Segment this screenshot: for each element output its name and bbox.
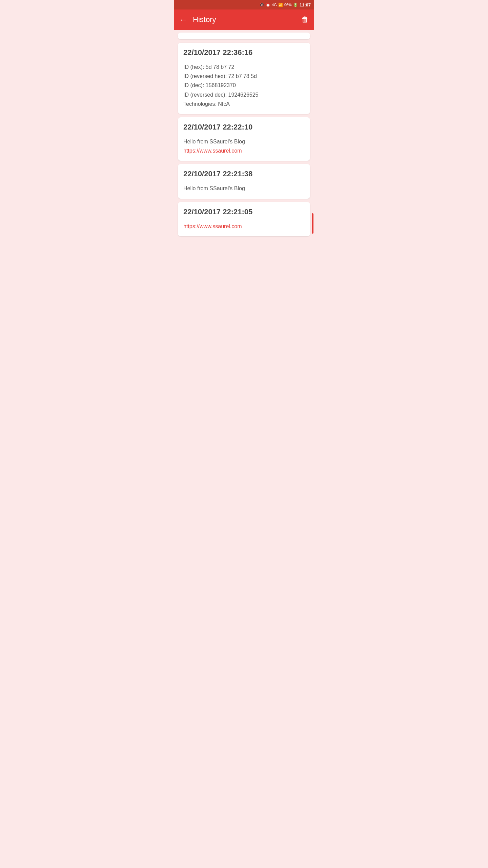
status-bar: 🔇 ⏰ 4G 📶 96% 🔋 11:07	[174, 0, 314, 9]
card-4-link[interactable]: https://www.ssaurel.com	[183, 223, 242, 229]
delete-button[interactable]: 🗑	[301, 15, 309, 24]
history-list: 22/10/2017 22:36:16 ID (hex): 5d 78 b7 7…	[174, 30, 314, 239]
card-3-line-1: Hello from SSaurel's Blog	[183, 184, 305, 193]
card-4-timestamp: 22/10/2017 22:21:05	[183, 208, 305, 216]
history-card-3: 22/10/2017 22:21:38 Hello from SSaurel's…	[178, 164, 310, 198]
back-button[interactable]: ←	[179, 16, 187, 24]
history-card-1: 22/10/2017 22:36:16 ID (hex): 5d 78 b7 7…	[178, 43, 310, 114]
card-3-timestamp: 22/10/2017 22:21:38	[183, 170, 305, 178]
card-1-timestamp: 22/10/2017 22:36:16	[183, 48, 305, 57]
status-icons: 🔇 ⏰ 4G 📶 96% 🔋	[260, 3, 298, 7]
card-3-content: Hello from SSaurel's Blog	[183, 184, 305, 193]
card-partial	[178, 33, 310, 39]
card-1-line-2: ID (reversed hex): 72 b7 78 5d	[183, 72, 305, 81]
battery-icon: 🔋	[293, 3, 298, 7]
status-time: 11:07	[300, 2, 311, 7]
page-title: History	[193, 15, 216, 24]
card-4-content: https://www.ssaurel.com	[183, 222, 305, 231]
battery-percent: 96%	[284, 3, 292, 7]
card-2-timestamp: 22/10/2017 22:22:10	[183, 123, 305, 132]
app-bar-left: ← History	[179, 15, 216, 24]
alarm-icon: ⏰	[266, 3, 270, 7]
network-4g-icon: 4G	[272, 3, 277, 7]
signal-icon: 📶	[278, 3, 283, 7]
card-2-line-1: Hello from SSaurel's Blog	[183, 137, 305, 146]
card-1-line-1: ID (hex): 5d 78 b7 72	[183, 62, 305, 72]
app-bar: ← History 🗑	[174, 9, 314, 30]
history-card-4: 22/10/2017 22:21:05 https://www.ssaurel.…	[178, 202, 310, 236]
card-2-content: Hello from SSaurel's Blog https://www.ss…	[183, 137, 305, 155]
history-card-2: 22/10/2017 22:22:10 Hello from SSaurel's…	[178, 117, 310, 161]
card-2-link[interactable]: https://www.ssaurel.com	[183, 148, 242, 154]
card-1-line-3: ID (dec): 1568192370	[183, 81, 305, 90]
mute-icon: 🔇	[260, 3, 264, 7]
card-1-line-4: ID (reversed dec): 1924626525	[183, 90, 305, 99]
card-1-line-5: Technologies: NfcA	[183, 99, 305, 108]
card-1-content: ID (hex): 5d 78 b7 72 ID (reversed hex):…	[183, 62, 305, 108]
scrollbar[interactable]	[312, 213, 313, 234]
